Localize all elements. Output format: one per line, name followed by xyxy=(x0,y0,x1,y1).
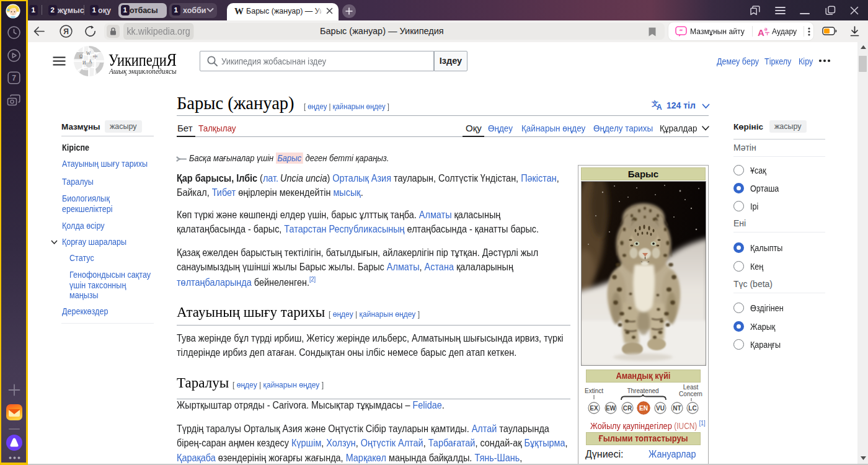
svg-text:Α: Α xyxy=(89,59,92,64)
svg-text:LC: LC xyxy=(688,405,696,412)
svg-text:EX: EX xyxy=(590,405,598,412)
svg-text:Concern: Concern xyxy=(679,391,702,397)
svg-text:EN: EN xyxy=(639,405,648,412)
svg-text:A: A xyxy=(657,103,662,110)
svg-text:И: И xyxy=(82,60,86,66)
svg-text:NT: NT xyxy=(673,405,681,412)
svg-text:EW: EW xyxy=(606,405,616,412)
svg-text:Ω: Ω xyxy=(79,54,83,60)
svg-text:中: 中 xyxy=(93,54,98,60)
svg-text:Extinct: Extinct xyxy=(585,388,603,394)
svg-text:W: W xyxy=(86,51,91,56)
svg-text:VU: VU xyxy=(656,405,665,412)
svg-text:Threatened: Threatened xyxy=(627,388,658,394)
svg-text:7: 7 xyxy=(12,74,16,82)
svg-text:Least: Least xyxy=(683,384,699,391)
svg-text:CR: CR xyxy=(623,405,632,412)
